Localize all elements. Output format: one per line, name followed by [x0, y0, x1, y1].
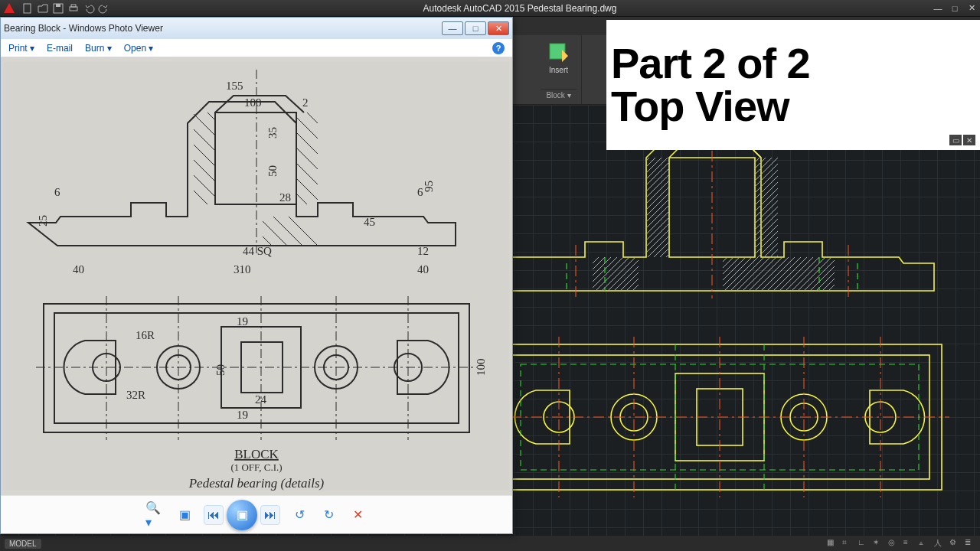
polar-toggle-icon[interactable]: ✶: [873, 538, 884, 549]
pv-menu-bar: Print ▾ E-mail Burn ▾ Open ▾ ?: [1, 39, 512, 57]
pv-image-canvas[interactable]: 155 100 2 35 50 28 95 6 6 25 45 44 SQ 12…: [1, 57, 512, 495]
svg-text:40: 40: [417, 263, 429, 276]
pv-toolbar: 🔍 ▾ ▣ ⏮ ▣ ⏭ ↺ ↻ ✕: [1, 495, 512, 533]
pv-minimize-icon[interactable]: —: [442, 21, 463, 35]
doc-pin-icon[interactable]: ▭: [949, 135, 962, 145]
new-icon[interactable]: [21, 2, 34, 15]
isoplane-icon[interactable]: ⟁: [919, 538, 929, 549]
autocad-logo-icon[interactable]: [2, 1, 17, 16]
svg-rect-1: [24, 4, 31, 13]
svg-text:155: 155: [226, 80, 243, 92]
svg-text:32R: 32R: [126, 389, 145, 401]
doc-close-icon[interactable]: ✕: [963, 135, 975, 145]
svg-text:40: 40: [73, 263, 84, 276]
zoom-out-icon[interactable]: 🔍 ▾: [145, 505, 165, 525]
acad-window-controls: — □ ✕: [929, 2, 980, 15]
prev-image-icon[interactable]: ⏮: [204, 505, 224, 525]
status-model[interactable]: MODEL: [5, 539, 41, 549]
svg-text:6: 6: [417, 186, 423, 198]
acad-status-bar: MODEL ▦ ⌗ ∟ ✶ ◎ ≡ ⟁ 人 ⚙ ≣: [0, 536, 980, 551]
grid-toggle-icon[interactable]: ▦: [827, 538, 838, 549]
insert-label: Insert: [549, 66, 568, 74]
block-panel-name[interactable]: Block ▾: [541, 89, 577, 101]
rotate-ccw-icon[interactable]: ↺: [289, 505, 309, 525]
pv-help-icon[interactable]: ?: [492, 42, 505, 54]
save-icon[interactable]: [52, 2, 64, 15]
svg-rect-3: [56, 4, 60, 7]
svg-text:50: 50: [266, 165, 279, 177]
close-icon[interactable]: ✕: [963, 2, 980, 15]
svg-text:BLOCK: BLOCK: [234, 447, 279, 461]
pv-close-icon[interactable]: ✕: [488, 21, 509, 35]
svg-rect-4: [70, 7, 77, 11]
rotate-cw-icon[interactable]: ↻: [318, 505, 338, 525]
osnap-toggle-icon[interactable]: ◎: [888, 538, 899, 549]
slideshow-icon[interactable]: ▣: [227, 500, 257, 530]
cad-drawing: [482, 122, 972, 520]
svg-text:45: 45: [364, 216, 375, 228]
minimize-icon[interactable]: —: [929, 2, 946, 15]
svg-text:6: 6: [54, 186, 60, 198]
redo-icon[interactable]: [98, 2, 110, 15]
svg-rect-5: [71, 5, 76, 7]
svg-text:19: 19: [237, 315, 248, 328]
svg-text:16R: 16R: [136, 329, 155, 341]
print-icon[interactable]: [67, 2, 80, 15]
restore-icon[interactable]: □: [946, 2, 963, 15]
workspace-icon[interactable]: ⚙: [949, 538, 960, 549]
overlay-line1: Part 2 of 2: [611, 42, 978, 85]
svg-text:24: 24: [255, 393, 267, 406]
customize-icon[interactable]: ≣: [965, 538, 975, 549]
photo-viewer-window: Bearing Block - Windows Photo Viewer — □…: [0, 17, 513, 534]
snap-toggle-icon[interactable]: ⌗: [842, 538, 853, 549]
svg-text:28: 28: [279, 191, 291, 204]
annotation-icon[interactable]: 人: [934, 538, 945, 549]
svg-text:12: 12: [417, 245, 429, 257]
scanned-drawing: 155 100 2 35 50 28 95 6 6 25 45 44 SQ 12…: [4, 62, 509, 491]
svg-marker-0: [4, 3, 15, 13]
svg-text:44 SQ: 44 SQ: [243, 245, 272, 257]
ortho-toggle-icon[interactable]: ∟: [858, 538, 868, 549]
quick-access-toolbar: [21, 2, 110, 15]
acad-title: Autodesk AutoCAD 2015 Pedestal Bearing.d…: [110, 3, 929, 14]
delete-icon[interactable]: ✕: [348, 505, 368, 525]
svg-text:100: 100: [244, 96, 262, 109]
svg-text:Pedestal bearing (details): Pedestal bearing (details): [188, 476, 325, 491]
svg-text:310: 310: [234, 263, 251, 276]
title-overlay: Part 2 of 2 Top View: [606, 20, 980, 150]
svg-text:(1 OFF, C.I.): (1 OFF, C.I.): [230, 461, 282, 473]
acad-title-bar: Autodesk AutoCAD 2015 Pedestal Bearing.d…: [0, 0, 980, 17]
pv-menu-email[interactable]: E-mail: [47, 43, 73, 54]
next-image-icon[interactable]: ⏭: [260, 505, 280, 525]
svg-text:50: 50: [214, 364, 227, 376]
pv-title-bar[interactable]: Bearing Block - Windows Photo Viewer — □…: [1, 18, 512, 39]
pv-title: Bearing Block - Windows Photo Viewer: [4, 23, 440, 34]
undo-icon[interactable]: [83, 2, 95, 15]
pv-menu-print[interactable]: Print ▾: [8, 43, 34, 54]
lineweight-toggle-icon[interactable]: ≡: [903, 538, 914, 549]
pv-menu-burn[interactable]: Burn ▾: [85, 43, 112, 54]
fit-icon[interactable]: ▣: [175, 505, 194, 525]
ribbon-panel-block: Insert Block ▾: [536, 35, 582, 104]
svg-text:35: 35: [266, 127, 279, 139]
svg-text:19: 19: [237, 409, 248, 421]
svg-text:25: 25: [37, 215, 49, 227]
svg-text:95: 95: [423, 181, 435, 192]
pv-maximize-icon[interactable]: □: [465, 21, 486, 35]
open-icon[interactable]: [37, 2, 49, 15]
svg-text:100: 100: [475, 359, 487, 377]
pv-menu-open[interactable]: Open ▾: [124, 43, 154, 54]
svg-text:2: 2: [302, 96, 309, 109]
insert-button[interactable]: [546, 38, 572, 64]
overlay-line2: Top View: [611, 85, 978, 128]
